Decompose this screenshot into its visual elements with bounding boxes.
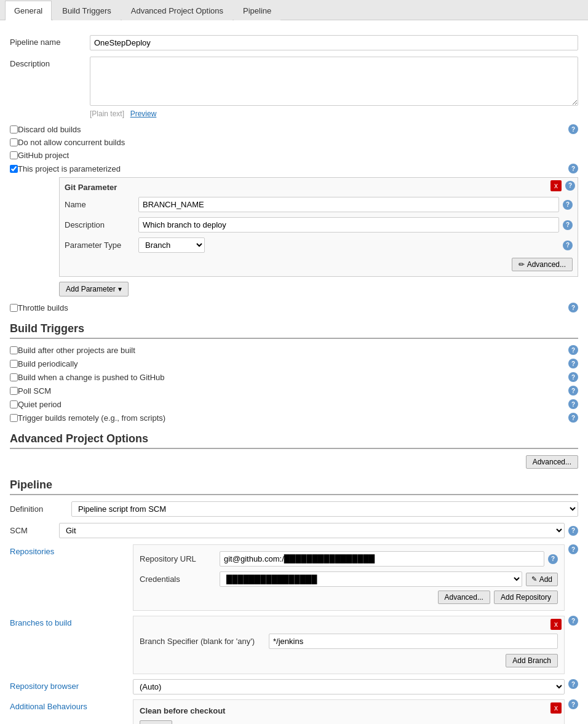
discard-old-help-icon[interactable]: ? — [568, 124, 578, 134]
tab-build-triggers[interactable]: Build Triggers — [53, 1, 120, 20]
repo-browser-help-icon[interactable]: ? — [568, 679, 578, 689]
git-param-desc-label: Description — [65, 220, 138, 229]
git-param-desc-input[interactable] — [138, 217, 559, 233]
git-param-name-field — [138, 197, 559, 212]
repo-url-field — [220, 551, 544, 567]
no-concurrent-label[interactable]: Do not allow concurrent builds — [18, 138, 125, 147]
git-param-advanced-btn[interactable]: ✏ Advanced... — [512, 258, 573, 271]
poll-scm-label[interactable]: Poll SCM — [18, 386, 51, 396]
branches-box: x Branch Specifier (blank for 'any') Add… — [133, 616, 565, 674]
build-github-checkbox[interactable] — [10, 373, 18, 381]
git-parameter-box: Git Parameter x ? Name ? Description ? — [59, 177, 578, 277]
git-param-type-help-icon[interactable]: ? — [563, 241, 573, 250]
tab-advanced-project-options[interactable]: Advanced Project Options — [122, 1, 232, 20]
description-input[interactable] — [90, 57, 578, 106]
throttle-checkbox[interactable] — [10, 304, 18, 312]
definition-select[interactable]: Pipeline script Pipeline script from SCM — [71, 501, 578, 517]
repos-advanced-btn[interactable]: Advanced... — [438, 591, 490, 604]
build-after-label[interactable]: Build after other projects are built — [18, 346, 135, 355]
additional-behaviours-help-icon[interactable]: ? — [568, 699, 578, 709]
tab-general[interactable]: General — [5, 1, 52, 20]
behaviour-delete-btn[interactable]: x — [550, 702, 562, 714]
credentials-select[interactable]: ████████████████ — [220, 571, 522, 587]
no-concurrent-checkbox[interactable] — [10, 138, 18, 146]
git-param-type-select[interactable]: Branch Tag Revision Pull Request — [138, 237, 205, 253]
build-github-label[interactable]: Build when a change is pushed to GitHub — [18, 373, 165, 382]
repo-url-row: Repository URL ? — [140, 551, 558, 567]
github-project-checkbox[interactable] — [10, 151, 18, 159]
branch-specifier-row: Branch Specifier (blank for 'any') — [140, 634, 558, 649]
pipeline-name-input[interactable] — [90, 35, 578, 50]
throttle-label[interactable]: Throttle builds — [18, 303, 68, 312]
build-periodically-label[interactable]: Build periodically — [18, 359, 78, 368]
git-parameter-delete-btn[interactable]: x — [550, 180, 562, 191]
build-after-checkbox[interactable] — [10, 346, 18, 354]
poll-scm-help-icon[interactable]: ? — [568, 386, 578, 396]
advanced-icon: ✏ — [518, 260, 525, 269]
pipeline-name-field — [90, 35, 578, 50]
add-branch-btn[interactable]: Add Branch — [506, 654, 558, 667]
git-param-name-label: Name — [65, 200, 138, 209]
discard-old-checkbox[interactable] — [10, 125, 18, 133]
git-param-name-input[interactable] — [138, 197, 559, 212]
build-periodically-help-icon[interactable]: ? — [568, 359, 578, 368]
trigger-remote-help-icon[interactable]: ? — [568, 413, 578, 423]
parameterized-help-icon[interactable]: ? — [568, 164, 578, 173]
add-repository-btn[interactable]: Add Repository — [494, 591, 558, 604]
repositories-help-icon[interactable]: ? — [568, 544, 578, 554]
trigger-remote-checkbox[interactable] — [10, 414, 18, 422]
build-after-row: Build after other projects are built ? — [10, 345, 578, 355]
branch-delete-btn[interactable]: x — [550, 619, 562, 630]
build-github-help-icon[interactable]: ? — [568, 372, 578, 382]
build-github-row: Build when a change is pushed to GitHub … — [10, 372, 578, 382]
quiet-period-row: Quiet period ? — [10, 399, 578, 409]
throttle-help-icon[interactable]: ? — [568, 303, 578, 312]
definition-row: Definition Pipeline script Pipeline scri… — [10, 501, 578, 517]
tab-pipeline[interactable]: Pipeline — [234, 1, 280, 20]
description-field: [Plain text] Preview — [90, 57, 578, 118]
discard-old-label[interactable]: Discard old builds — [18, 125, 81, 134]
repo-url-input[interactable] — [220, 551, 544, 567]
github-project-row: GitHub project — [10, 151, 578, 160]
branches-row: Branches to build x Branch Specifier (bl… — [10, 616, 578, 674]
git-param-desc-row: Description ? — [65, 217, 573, 233]
parameterized-label[interactable]: This project is parameterized — [18, 164, 121, 173]
git-parameter-title: Git Parameter — [65, 183, 573, 192]
poll-scm-checkbox[interactable] — [10, 387, 18, 395]
repo-browser-select[interactable]: (Auto) githubweb gitiles — [133, 679, 565, 694]
credentials-label: Credentials — [140, 575, 220, 584]
add-behaviour-btn[interactable]: Add ▾ — [140, 720, 172, 724]
quiet-period-label[interactable]: Quiet period — [18, 400, 62, 409]
tabs-bar: General Build Triggers Advanced Project … — [0, 0, 588, 20]
repositories-row: Repositories Repository URL ? Credential… — [10, 544, 578, 611]
github-project-label[interactable]: GitHub project — [18, 151, 69, 160]
build-periodically-checkbox[interactable] — [10, 360, 18, 368]
scm-row: SCM None Git ? — [10, 523, 578, 538]
git-param-name-help-icon[interactable]: ? — [563, 200, 573, 210]
git-parameter-help-icon[interactable]: ? — [565, 181, 575, 191]
git-param-desc-help-icon[interactable]: ? — [563, 220, 573, 230]
git-param-type-label: Parameter Type — [65, 241, 138, 250]
advanced-options-btn[interactable]: Advanced... — [526, 455, 578, 469]
scm-label: SCM — [10, 526, 59, 535]
additional-behaviours-content: x Clean before checkout Add ▾ — [133, 699, 565, 724]
scm-field: None Git — [59, 523, 565, 538]
quiet-period-checkbox[interactable] — [10, 400, 18, 408]
git-param-type-row: Parameter Type Branch Tag Revision Pull … — [65, 237, 573, 253]
quiet-period-help-icon[interactable]: ? — [568, 399, 578, 409]
scm-select[interactable]: None Git — [59, 523, 565, 538]
trigger-remote-label[interactable]: Trigger builds remotely (e.g., from scri… — [18, 413, 165, 423]
build-periodically-row: Build periodically ? — [10, 359, 578, 368]
add-credentials-btn[interactable]: ✎ Add — [526, 573, 558, 586]
repo-url-help-icon[interactable]: ? — [548, 554, 558, 564]
preview-link[interactable]: Preview — [130, 109, 157, 118]
build-after-help-icon[interactable]: ? — [568, 345, 578, 355]
credentials-select-wrap: ████████████████ — [220, 571, 522, 587]
no-concurrent-row: Do not allow concurrent builds — [10, 138, 578, 147]
branches-help-icon[interactable]: ? — [568, 616, 578, 626]
add-parameter-btn[interactable]: Add Parameter ▾ — [59, 282, 129, 296]
parameterized-checkbox[interactable] — [10, 165, 18, 173]
scm-help-icon[interactable]: ? — [568, 526, 578, 536]
branch-specifier-input[interactable] — [269, 634, 558, 649]
repositories-label: Repositories — [10, 544, 133, 556]
